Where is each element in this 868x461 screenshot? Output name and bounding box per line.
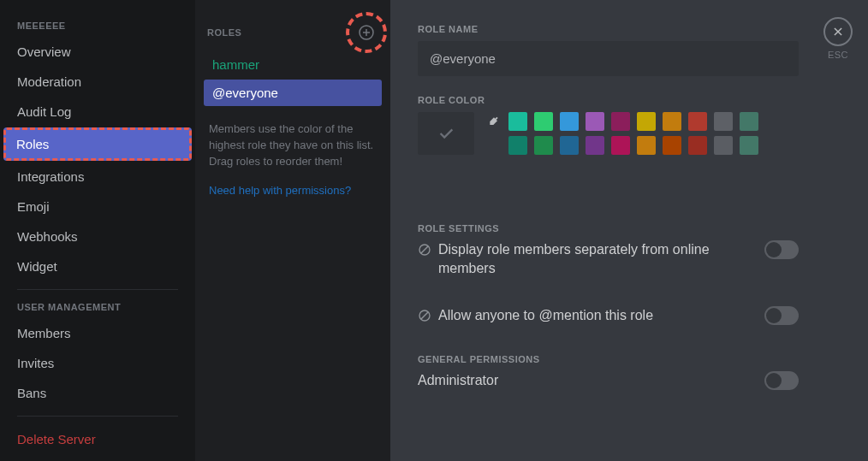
color-row-2: [483, 136, 758, 155]
color-row-1: [483, 112, 758, 131]
toggle-administrator[interactable]: [764, 371, 799, 390]
sidebar-divider: [17, 289, 178, 290]
color-swatch[interactable]: [560, 112, 579, 131]
sidebar-heading-user-mgmt: USER MANAGEMENT: [7, 298, 188, 316]
sidebar-item-roles[interactable]: Roles: [3, 127, 192, 161]
sidebar-item-invites[interactable]: Invites: [7, 349, 188, 377]
settings-sidebar: MEEEEEE Overview Moderation Audit Log Ro…: [0, 0, 195, 461]
color-swatch[interactable]: [688, 112, 707, 131]
sidebar-item-integrations[interactable]: Integrations: [7, 163, 188, 191]
color-swatch[interactable]: [508, 112, 527, 131]
color-swatch[interactable]: [637, 136, 656, 155]
close-button[interactable]: [823, 17, 853, 46]
color-swatch[interactable]: [611, 112, 630, 131]
role-detail-panel: ROLE NAME ROLE COLOR ROLE SETTINGS Displ…: [390, 0, 868, 461]
sidebar-item-webhooks[interactable]: Webhooks: [7, 222, 188, 251]
color-swatch[interactable]: [534, 136, 553, 155]
sidebar-item-members[interactable]: Members: [7, 319, 188, 347]
role-color-label: ROLE COLOR: [418, 95, 834, 105]
close-icon: [832, 26, 844, 38]
roles-column: ROLES hammer @everyone Members use the c…: [195, 0, 390, 461]
color-swatch[interactable]: [560, 136, 579, 155]
sidebar-item-widget[interactable]: Widget: [7, 252, 188, 281]
toggle-display-separately[interactable]: [764, 240, 799, 259]
color-swatch[interactable]: [663, 136, 681, 155]
delete-server-button[interactable]: Delete Server: [7, 425, 188, 453]
role-settings-label: ROLE SETTINGS: [418, 223, 834, 233]
sidebar-item-overview[interactable]: Overview: [7, 38, 188, 66]
permission-administrator: Administrator: [418, 371, 799, 390]
eyedropper-button[interactable]: [483, 112, 502, 131]
color-swatch[interactable]: [714, 112, 733, 131]
setting-mention-text: Allow anyone to @mention this role: [438, 306, 653, 325]
check-icon: [437, 124, 455, 143]
permissions-help-link[interactable]: Need help with permissions?: [204, 170, 382, 197]
eyedropper-icon: [485, 115, 499, 128]
color-swatch[interactable]: [611, 136, 630, 155]
toggle-allow-mention[interactable]: [764, 306, 799, 325]
color-swatch[interactable]: [508, 136, 527, 155]
color-swatch[interactable]: [586, 112, 604, 131]
color-swatch[interactable]: [586, 136, 604, 155]
sidebar-divider: [17, 416, 178, 417]
roles-hint-text: Members use the color of the highest rol…: [204, 108, 382, 170]
plus-icon: [359, 25, 374, 40]
role-name-label: ROLE NAME: [418, 24, 834, 34]
color-swatch[interactable]: [663, 112, 681, 131]
roles-heading: ROLES: [207, 27, 241, 38]
role-item-everyone[interactable]: @everyone: [204, 80, 382, 106]
color-swatch[interactable]: [740, 112, 758, 131]
prohibit-icon: [418, 243, 431, 257]
setting-display-separately: Display role members separately from onl…: [418, 240, 799, 277]
role-item-hammer[interactable]: hammer: [204, 51, 382, 78]
esc-label: ESC: [823, 50, 853, 60]
svg-line-6: [421, 312, 428, 319]
add-role-button[interactable]: [354, 21, 378, 44]
setting-allow-mention: Allow anyone to @mention this role: [418, 306, 799, 325]
sidebar-item-bans[interactable]: Bans: [7, 379, 188, 407]
general-permissions-label: GENERAL PERMISSIONS: [418, 354, 834, 364]
color-swatch[interactable]: [637, 112, 656, 131]
sidebar-heading-server: MEEEEEE: [7, 17, 188, 34]
svg-line-4: [421, 246, 428, 253]
default-color-swatch[interactable]: [418, 112, 474, 155]
role-name-input[interactable]: [418, 41, 799, 76]
color-swatch[interactable]: [534, 112, 553, 131]
sidebar-item-moderation[interactable]: Moderation: [7, 68, 188, 96]
permission-admin-text: Administrator: [418, 371, 498, 390]
prohibit-icon: [418, 309, 431, 322]
setting-display-text: Display role members separately from onl…: [438, 240, 726, 277]
sidebar-item-audit-log[interactable]: Audit Log: [7, 98, 188, 126]
color-swatch[interactable]: [714, 136, 733, 155]
sidebar-item-emoji[interactable]: Emoji: [7, 192, 188, 221]
close-area: ESC: [823, 17, 853, 60]
color-swatch[interactable]: [688, 136, 707, 155]
color-swatch[interactable]: [740, 136, 758, 155]
